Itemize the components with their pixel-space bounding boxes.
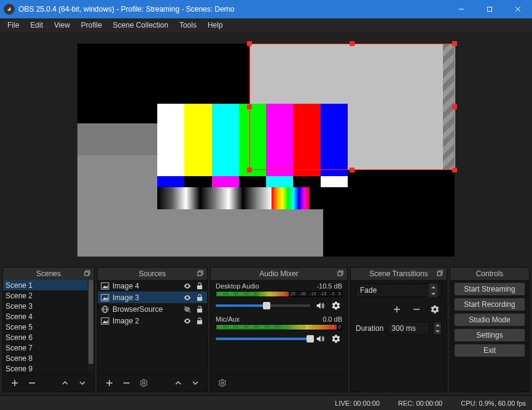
svg-rect-4	[488, 7, 492, 12]
lock-toggle[interactable]	[195, 281, 205, 291]
start-recording-button[interactable]: Start Recording	[454, 298, 525, 311]
scenes-panel: Scenes Scene 1Scene 2Scene 3Scene 4Scene…	[2, 267, 95, 392]
svg-marker-21	[103, 320, 108, 323]
add-scene-button[interactable]	[7, 376, 23, 390]
menu-view[interactable]: View	[49, 20, 75, 31]
duration-spin[interactable]	[433, 322, 442, 335]
move-source-down-button[interactable]	[187, 376, 203, 390]
transition-properties-button[interactable]	[428, 303, 442, 316]
source-row[interactable]: BrowserSource	[98, 303, 207, 315]
transitions-body: Fade Duration 300 ms	[351, 280, 447, 392]
remove-transition-button[interactable]	[409, 302, 424, 317]
scenes-list[interactable]: Scene 1Scene 2Scene 3Scene 4Scene 5Scene…	[3, 280, 94, 373]
svg-marker-27	[431, 286, 436, 288]
svg-point-2	[7, 7, 10, 10]
panel-detach-icon[interactable]	[196, 269, 205, 277]
source-label: BrowserSource	[112, 305, 180, 314]
menu-scene-collection[interactable]: Scene Collection	[108, 20, 173, 31]
app-icon	[4, 4, 15, 15]
lock-toggle[interactable]	[195, 304, 205, 314]
transitions-header[interactable]: Scene Transitions	[351, 268, 447, 280]
duration-input[interactable]: 300 ms	[387, 322, 429, 335]
preview-area[interactable]	[0, 32, 532, 267]
scene-row[interactable]: Scene 2	[3, 290, 94, 301]
remove-source-button[interactable]	[119, 376, 135, 390]
source-label: Image 3	[112, 293, 180, 302]
svg-rect-25	[338, 272, 342, 276]
scene-row[interactable]: Scene 7	[3, 342, 94, 353]
panel-detach-icon[interactable]	[336, 269, 345, 277]
transition-select[interactable]: Fade	[356, 284, 442, 297]
visibility-toggle[interactable]	[182, 281, 192, 291]
exit-button[interactable]: Exit	[454, 344, 525, 357]
source-row[interactable]: Image 3	[98, 292, 207, 303]
scenes-toolbar	[3, 373, 94, 392]
start-streaming-button[interactable]: Start Streaming	[454, 282, 525, 296]
sources-panel-header[interactable]: Sources	[98, 268, 207, 280]
channel-settings-button[interactable]	[330, 333, 342, 345]
audio-mixer-body: Desktop Audio-10.5 dB-60-55-50-45-40-35-…	[211, 280, 347, 373]
source-label: Image 2	[112, 317, 180, 325]
source-label: Image 4	[112, 282, 180, 290]
scene-row[interactable]: Scene 5	[3, 322, 94, 332]
settings-button[interactable]: Settings	[454, 328, 525, 342]
scene-row[interactable]: Scene 4	[3, 311, 94, 322]
lock-toggle[interactable]	[195, 293, 205, 303]
scene-row[interactable]: Scene 9	[3, 363, 94, 373]
audio-mixer-title: Audio Mixer	[259, 269, 298, 278]
menu-help[interactable]: Help	[203, 20, 228, 31]
move-scene-up-button[interactable]	[57, 376, 73, 390]
remove-scene-button[interactable]	[24, 376, 40, 390]
window-maximize-button[interactable]	[475, 0, 504, 18]
scene-row[interactable]: Scene 3	[3, 301, 94, 311]
menu-tools[interactable]: Tools	[174, 20, 201, 31]
panel-detach-icon[interactable]	[83, 269, 92, 277]
window-buttons	[447, 0, 532, 18]
add-transition-button[interactable]	[389, 302, 405, 317]
svg-marker-15	[103, 296, 108, 300]
add-source-button[interactable]	[101, 376, 117, 390]
visibility-toggle[interactable]	[182, 293, 192, 303]
scene-row[interactable]: Scene 6	[3, 332, 94, 342]
move-scene-down-button[interactable]	[74, 376, 90, 390]
source-properties-button[interactable]	[136, 376, 152, 390]
audio-mixer-header[interactable]: Audio Mixer	[211, 268, 347, 280]
mute-button[interactable]	[314, 300, 326, 312]
svg-marker-13	[103, 285, 108, 288]
scrollbar[interactable]	[88, 280, 94, 373]
lock-toggle[interactable]	[195, 316, 205, 326]
panel-detach-icon[interactable]	[436, 269, 444, 277]
channel-name: Desktop Audio	[216, 282, 259, 290]
source-row[interactable]: Image 2	[98, 315, 207, 327]
scene-row[interactable]: Scene 1	[3, 280, 94, 290]
window-close-button[interactable]	[504, 0, 532, 18]
image-icon	[100, 316, 110, 326]
channel-db: 0.0 dB	[323, 315, 342, 323]
volume-slider[interactable]	[216, 304, 310, 307]
scenes-panel-header[interactable]: Scenes	[3, 268, 94, 280]
studio-mode-button[interactable]: Studio Mode	[454, 313, 525, 327]
menu-file[interactable]: File	[2, 20, 24, 31]
menu-edit[interactable]: Edit	[25, 20, 48, 31]
controls-header[interactable]: Controls	[450, 268, 529, 280]
scenes-panel-title: Scenes	[36, 269, 61, 278]
audio-advanced-button[interactable]	[214, 376, 230, 390]
sources-list[interactable]: Image 4Image 3BrowserSourceImage 2	[98, 280, 207, 373]
menu-profile[interactable]: Profile	[76, 20, 107, 31]
window-minimize-button[interactable]	[447, 0, 475, 18]
move-source-up-button[interactable]	[170, 376, 186, 390]
sources-panel-title: Sources	[139, 269, 166, 278]
controls-title: Controls	[476, 269, 504, 278]
channel-db: -10.5 dB	[316, 282, 342, 290]
preview-canvas[interactable]	[77, 44, 455, 257]
visibility-toggle[interactable]	[182, 304, 192, 314]
channel-settings-button[interactable]	[330, 300, 342, 312]
source-row[interactable]: Image 4	[98, 280, 207, 292]
controls-panel: Controls Start StreamingStart RecordingS…	[450, 267, 530, 392]
mute-button[interactable]	[314, 333, 326, 345]
mixer-channel: Desktop Audio-10.5 dB-60-55-50-45-40-35-…	[211, 280, 347, 313]
visibility-toggle[interactable]	[182, 316, 192, 326]
dock-panels: Scenes Scene 1Scene 2Scene 3Scene 4Scene…	[0, 267, 532, 392]
volume-slider[interactable]	[216, 338, 310, 340]
scene-row[interactable]: Scene 8	[3, 353, 94, 363]
